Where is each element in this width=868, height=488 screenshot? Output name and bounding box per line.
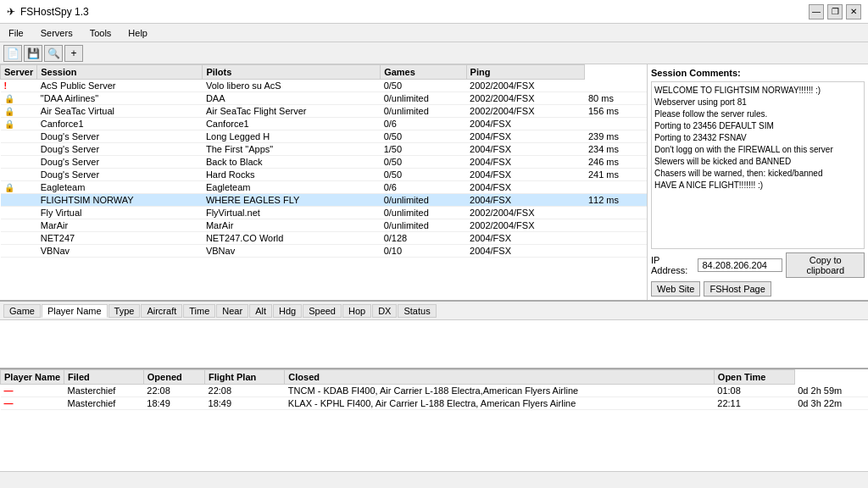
pilots-count: 1/50 — [381, 143, 466, 156]
table-row[interactable]: VBNavVBNav0/102004/FSX — [1, 245, 648, 258]
games-version: 2004/FSX — [466, 143, 585, 156]
table-row[interactable]: Doug's ServerThe First "Apps"1/502004/FS… — [1, 143, 648, 156]
close-button[interactable]: ✕ — [846, 4, 861, 19]
pilots-count: 0/6 — [381, 118, 466, 130]
web-site-button[interactable]: Web Site — [651, 281, 700, 297]
flight-plans-section: Player Name Filed Opened Flight Plan Clo… — [0, 369, 868, 471]
ping-value: 246 ms — [585, 156, 647, 169]
fp-filed: 22:08 — [143, 385, 204, 397]
restore-button[interactable]: ❐ — [827, 4, 843, 19]
row-icon — [1, 156, 37, 169]
ip-value: 84.208.206.204 — [698, 258, 782, 272]
server-list[interactable]: Server Session Pilots Games Ping !AcS Pu… — [0, 64, 648, 300]
main-content: Server Session Pilots Games Ping !AcS Pu… — [0, 64, 868, 488]
save-button[interactable]: 💾 — [24, 45, 42, 62]
ping-value — [585, 232, 647, 245]
add-button[interactable]: + — [64, 45, 83, 62]
copy-clipboard-button[interactable]: Copy to clipboard — [786, 252, 865, 278]
tab-alt[interactable]: Alt — [249, 304, 272, 318]
server-name: "DAA Airlines" — [37, 92, 203, 105]
row-icon — [1, 169, 37, 181]
games-version: 2004/FSX — [466, 169, 585, 181]
games-version: 2002/2004/FSX — [466, 207, 585, 219]
table-row[interactable]: MarAirMarAir0/unlimited2002/2004/FSX — [1, 219, 648, 232]
table-row[interactable]: 🔒Canforce1Canforce10/62004/FSX — [1, 118, 648, 130]
flight-plan-row[interactable]: —Masterchief18:4918:49KLAX - KPHL FI400,… — [1, 397, 869, 410]
row-icon — [1, 130, 37, 143]
players-area — [0, 320, 868, 369]
title-bar: ✈ FSHostSpy 1.3 — ❐ ✕ — [0, 0, 868, 24]
games-version: 2004/FSX — [466, 118, 585, 130]
table-row[interactable]: 🔒"DAA Airlines"DAA0/unlimited2002/2004/F… — [1, 92, 648, 105]
fp-col-opened: Opened — [143, 370, 204, 385]
table-row[interactable]: Doug's ServerHard Rocks0/502004/FSX241 m… — [1, 169, 648, 181]
row-icon — [1, 207, 37, 219]
fp-flight-plan: KLAX - KPHL FI400, Air Carrier L-188 Ele… — [285, 397, 714, 410]
pilots-count: 0/10 — [381, 245, 466, 258]
session-name: WHERE EAGLES FLY — [203, 194, 381, 207]
tab-time[interactable]: Time — [183, 304, 215, 318]
fp-col-filed: Filed — [64, 370, 144, 385]
menu-bar: File Servers Tools Help — [0, 24, 868, 42]
table-row[interactable]: 🔒Air SeaTac VirtualAir SeaTac Flight Ser… — [1, 105, 648, 118]
col-ping: Ping — [466, 65, 585, 80]
table-row[interactable]: FLIGHTSIM NORWAYWHERE EAGLES FLY0/unlimi… — [1, 194, 648, 207]
table-row[interactable]: Doug's ServerLong Legged H0/502004/FSX23… — [1, 130, 648, 143]
table-row[interactable]: !AcS Public ServerVolo libero su AcS0/50… — [1, 80, 648, 92]
tab-dx[interactable]: DX — [372, 304, 397, 318]
table-row[interactable]: NET247NET247.CO World0/1282004/FSX — [1, 232, 648, 245]
games-version: 2004/FSX — [466, 181, 585, 194]
server-name: Fly Virtual — [37, 207, 203, 219]
row-icon — [1, 194, 37, 207]
games-version: 2002/2004/FSX — [466, 92, 585, 105]
new-button[interactable]: 📄 — [3, 45, 22, 62]
tab-status[interactable]: Status — [398, 304, 436, 318]
fp-open-time: 0d 2h 59m — [794, 385, 868, 397]
search-button[interactable]: 🔍 — [44, 45, 63, 62]
pilots-count: 0/50 — [381, 156, 466, 169]
tab-near[interactable]: Near — [216, 304, 248, 318]
table-row[interactable]: 🔒EagleteamEagleteam0/62004/FSX — [1, 181, 648, 194]
tab-hop[interactable]: Hop — [342, 304, 371, 318]
server-name: Eagleteam — [37, 181, 203, 194]
col-pilots: Pilots — [203, 65, 381, 80]
flight-plan-row[interactable]: —Masterchief22:0822:08TNCM - KDAB FI400,… — [1, 385, 869, 397]
fp-col-closed: Closed — [285, 370, 714, 385]
pilots-count: 0/unlimited — [381, 105, 466, 118]
menu-tools[interactable]: Tools — [85, 26, 117, 40]
menu-help[interactable]: Help — [123, 26, 153, 40]
pilots-count: 0/50 — [381, 169, 466, 181]
ping-value: 241 ms — [585, 169, 647, 181]
server-name: AcS Public Server — [37, 80, 203, 92]
session-name: Hard Rocks — [203, 169, 381, 181]
server-name: FLIGHTSIM NORWAY — [37, 194, 203, 207]
row-icon — [1, 245, 37, 258]
tab-player-name[interactable]: Player Name — [42, 304, 108, 318]
server-table: Server Session Pilots Games Ping !AcS Pu… — [0, 64, 647, 258]
flight-plans-table: Player Name Filed Opened Flight Plan Clo… — [0, 369, 868, 410]
menu-servers[interactable]: Servers — [36, 26, 78, 40]
tab-game[interactable]: Game — [3, 304, 41, 318]
menu-file[interactable]: File — [3, 26, 29, 40]
pilots-count: 0/unlimited — [381, 92, 466, 105]
pilots-count: 0/128 — [381, 232, 466, 245]
fp-closed: 01:08 — [714, 385, 794, 397]
minimize-button[interactable]: — — [809, 4, 824, 19]
toolbar: 📄 💾 🔍 + — [0, 42, 868, 64]
fshost-page-button[interactable]: FSHost Page — [704, 281, 771, 297]
tab-hdg[interactable]: Hdg — [273, 304, 302, 318]
col-games: Games — [381, 65, 466, 80]
ping-value — [585, 219, 647, 232]
session-name: VBNav — [203, 245, 381, 258]
table-row[interactable]: Fly VirtualFlyVirtual.net0/unlimited2002… — [1, 207, 648, 219]
col-server: Server — [1, 65, 37, 80]
ip-row: IP Address: 84.208.206.204 Copy to clipb… — [651, 252, 865, 278]
tab-type[interactable]: Type — [108, 304, 141, 318]
ping-value: 234 ms — [585, 143, 647, 156]
games-version: 2002/2004/FSX — [466, 80, 585, 92]
tab-aircraft[interactable]: Aircraft — [141, 304, 182, 318]
table-row[interactable]: Doug's ServerBack to Black0/502004/FSX24… — [1, 156, 648, 169]
ping-value: 239 ms — [585, 130, 647, 143]
tab-speed[interactable]: Speed — [303, 304, 342, 318]
row-icon: ! — [1, 80, 37, 92]
